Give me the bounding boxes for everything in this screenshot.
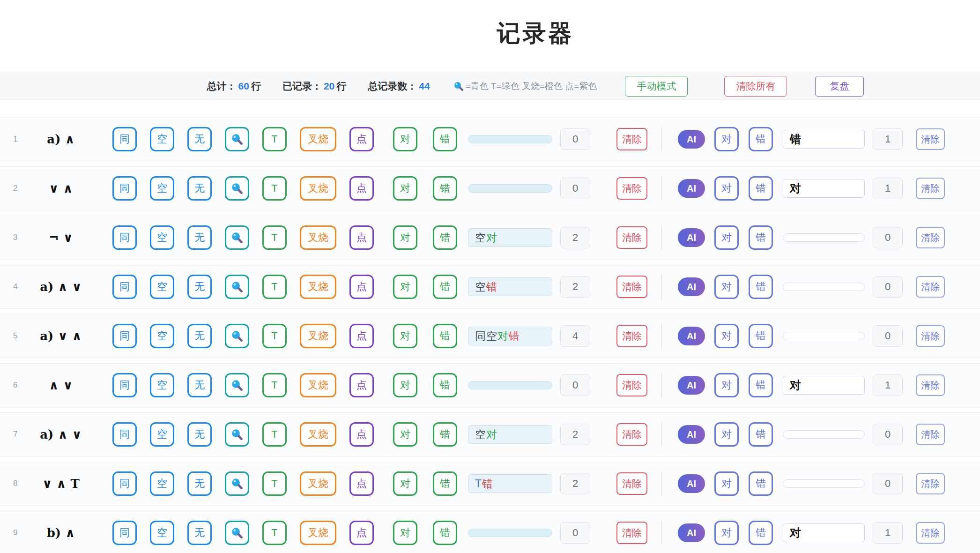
ai-correct-button[interactable]: 对 [714, 422, 739, 447]
wrong-button[interactable]: 错 [433, 275, 457, 299]
correct-button[interactable]: 对 [393, 127, 417, 151]
t-button[interactable]: T [262, 521, 287, 545]
chashao-button[interactable]: 叉烧 [300, 176, 336, 201]
t-button[interactable]: T [262, 324, 287, 348]
none-button[interactable]: 无 [187, 176, 212, 201]
clear-all-button[interactable]: 清除所有 [724, 76, 787, 97]
chashao-button[interactable]: 叉烧 [300, 373, 336, 397]
same-button[interactable]: 同 [112, 275, 137, 299]
correct-button[interactable]: 对 [393, 176, 417, 201]
clear-row-button[interactable]: 清除 [616, 226, 647, 249]
same-button[interactable]: 同 [112, 521, 137, 545]
same-button[interactable]: 同 [112, 471, 137, 496]
wrong-button[interactable]: 错 [433, 521, 457, 545]
magnifier-button[interactable] [225, 471, 249, 496]
empty-button[interactable]: 空 [150, 275, 174, 299]
correct-button[interactable]: 对 [393, 225, 417, 250]
chashao-button[interactable]: 叉烧 [300, 127, 336, 151]
t-button[interactable]: T [262, 225, 287, 250]
correct-button[interactable]: 对 [393, 373, 417, 397]
magnifier-button[interactable] [225, 225, 249, 250]
empty-button[interactable]: 空 [150, 324, 174, 348]
ai-clear-button[interactable]: 清除 [916, 374, 945, 396]
empty-button[interactable]: 空 [150, 521, 174, 545]
same-button[interactable]: 同 [112, 127, 137, 151]
dot-button[interactable]: 点 [349, 275, 374, 299]
ai-wrong-button[interactable]: 错 [749, 373, 773, 397]
dot-button[interactable]: 点 [349, 324, 374, 348]
ai-clear-button[interactable]: 清除 [916, 178, 945, 199]
ai-wrong-button[interactable]: 错 [749, 324, 773, 348]
magnifier-button[interactable] [225, 422, 249, 447]
empty-button[interactable]: 空 [150, 471, 174, 496]
clear-row-button[interactable]: 清除 [616, 177, 647, 200]
t-button[interactable]: T [262, 127, 287, 151]
ai-correct-button[interactable]: 对 [714, 225, 739, 250]
manual-mode-button[interactable]: 手动模式 [625, 76, 688, 97]
magnifier-button[interactable] [225, 275, 249, 299]
t-button[interactable]: T [262, 422, 287, 447]
none-button[interactable]: 无 [187, 521, 212, 545]
none-button[interactable]: 无 [187, 471, 212, 496]
ai-correct-button[interactable]: 对 [714, 471, 739, 496]
empty-button[interactable]: 空 [150, 422, 174, 447]
correct-button[interactable]: 对 [393, 422, 417, 447]
empty-button[interactable]: 空 [150, 225, 174, 250]
magnifier-button[interactable] [225, 373, 249, 397]
ai-wrong-button[interactable]: 错 [749, 422, 773, 447]
ai-clear-button[interactable]: 清除 [916, 227, 945, 248]
clear-row-button[interactable]: 清除 [616, 276, 647, 298]
ai-correct-button[interactable]: 对 [714, 127, 739, 151]
dot-button[interactable]: 点 [349, 422, 374, 447]
replay-button[interactable]: 复盘 [815, 76, 864, 97]
clear-row-button[interactable]: 清除 [616, 325, 647, 347]
clear-row-button[interactable]: 清除 [616, 128, 647, 150]
wrong-button[interactable]: 错 [433, 373, 457, 397]
wrong-button[interactable]: 错 [433, 225, 457, 250]
ai-wrong-button[interactable]: 错 [749, 521, 773, 545]
t-button[interactable]: T [262, 373, 287, 397]
chashao-button[interactable]: 叉烧 [300, 225, 336, 250]
ai-wrong-button[interactable]: 错 [749, 127, 773, 151]
wrong-button[interactable]: 错 [433, 127, 457, 151]
magnifier-button[interactable] [225, 521, 249, 545]
dot-button[interactable]: 点 [349, 521, 374, 545]
ai-clear-button[interactable]: 清除 [916, 325, 945, 347]
t-button[interactable]: T [262, 176, 287, 201]
ai-wrong-button[interactable]: 错 [749, 471, 773, 496]
empty-button[interactable]: 空 [150, 176, 174, 201]
same-button[interactable]: 同 [112, 373, 137, 397]
same-button[interactable]: 同 [112, 176, 137, 201]
dot-button[interactable]: 点 [349, 176, 374, 201]
empty-button[interactable]: 空 [150, 373, 174, 397]
correct-button[interactable]: 对 [393, 324, 417, 348]
dot-button[interactable]: 点 [349, 471, 374, 496]
ai-correct-button[interactable]: 对 [714, 521, 739, 545]
wrong-button[interactable]: 错 [433, 422, 457, 447]
clear-row-button[interactable]: 清除 [616, 374, 647, 396]
ai-correct-button[interactable]: 对 [714, 275, 739, 299]
ai-clear-button[interactable]: 清除 [916, 473, 945, 494]
chashao-button[interactable]: 叉烧 [300, 471, 336, 496]
dot-button[interactable]: 点 [349, 127, 374, 151]
ai-correct-button[interactable]: 对 [714, 176, 739, 201]
magnifier-button[interactable] [225, 324, 249, 348]
dot-button[interactable]: 点 [349, 225, 374, 250]
ai-wrong-button[interactable]: 错 [749, 176, 773, 201]
chashao-button[interactable]: 叉烧 [300, 521, 336, 545]
same-button[interactable]: 同 [112, 225, 137, 250]
ai-clear-button[interactable]: 清除 [916, 128, 945, 150]
wrong-button[interactable]: 错 [433, 471, 457, 496]
magnifier-button[interactable] [225, 127, 249, 151]
same-button[interactable]: 同 [112, 422, 137, 447]
none-button[interactable]: 无 [187, 275, 212, 299]
wrong-button[interactable]: 错 [433, 324, 457, 348]
wrong-button[interactable]: 错 [433, 176, 457, 201]
clear-row-button[interactable]: 清除 [616, 472, 647, 495]
none-button[interactable]: 无 [187, 422, 212, 447]
ai-clear-button[interactable]: 清除 [916, 522, 945, 544]
correct-button[interactable]: 对 [393, 275, 417, 299]
t-button[interactable]: T [262, 275, 287, 299]
same-button[interactable]: 同 [112, 324, 137, 348]
clear-row-button[interactable]: 清除 [616, 522, 647, 544]
